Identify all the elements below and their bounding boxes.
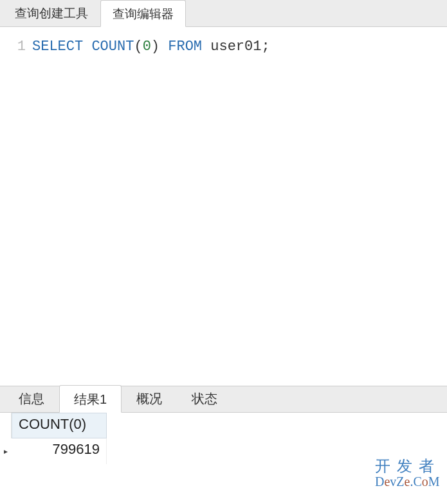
tab-profile[interactable]: 概况 <box>122 384 177 412</box>
line-number: 1 <box>0 36 26 58</box>
table-row[interactable]: ▸ 799619 <box>0 438 447 464</box>
editor-gutter: 1 <box>0 27 32 386</box>
token-select: SELECT <box>32 39 83 55</box>
top-tab-bar: 查询创建工具 查询编辑器 <box>0 0 447 27</box>
wm-seg: o <box>422 474 428 489</box>
tab-status[interactable]: 状态 <box>177 384 232 412</box>
token-count: COUNT <box>91 39 134 55</box>
cell-value[interactable]: 799619 <box>12 438 107 464</box>
wm-seg: M <box>428 474 440 489</box>
result-grid: COUNT(0) ▸ 799619 <box>0 413 447 464</box>
tab-result1[interactable]: 结果1 <box>59 385 122 413</box>
result-tab-bar: 信息 结果1 概况 状态 <box>0 386 447 413</box>
wm-seg: e <box>405 474 410 489</box>
wm-seg: vZ <box>390 474 404 489</box>
tab-query-builder[interactable]: 查询创建工具 <box>3 0 100 26</box>
row-handle-header <box>0 413 12 438</box>
editor-code[interactable]: SELECT COUNT(0) FROM user01; <box>32 27 447 386</box>
token-lparen: ( <box>134 39 142 55</box>
column-header[interactable]: COUNT(0) <box>12 413 107 438</box>
token-zero: 0 <box>143 39 151 55</box>
token-rparen: ) <box>151 39 160 55</box>
tab-query-editor[interactable]: 查询编辑器 <box>100 0 186 27</box>
watermark-line2: DevZe.CoM <box>375 474 441 489</box>
row-marker-icon: ▸ <box>0 438 12 464</box>
wm-seg: D <box>375 474 384 489</box>
token-table: user01 <box>210 39 261 55</box>
wm-seg: e <box>384 474 390 489</box>
grid-header: COUNT(0) <box>0 413 447 438</box>
token-from: FROM <box>168 39 202 55</box>
sql-editor[interactable]: 1 SELECT COUNT(0) FROM user01; <box>0 27 447 386</box>
token-semicolon: ; <box>261 39 269 55</box>
wm-seg: .C <box>410 474 421 489</box>
tab-info[interactable]: 信息 <box>4 384 59 412</box>
